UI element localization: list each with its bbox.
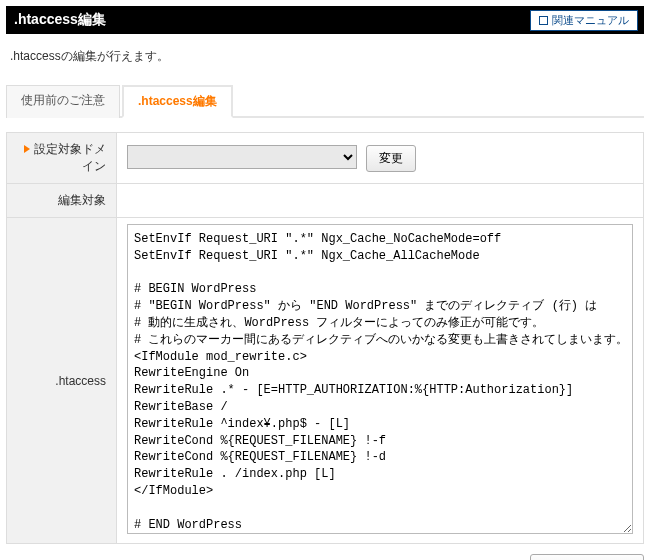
triangle-icon <box>24 145 30 153</box>
manual-label: 関連マニュアル <box>552 13 629 28</box>
change-button[interactable]: 変更 <box>366 145 416 172</box>
proceed-button[interactable]: 確認画面へ進む <box>530 554 644 560</box>
tab-pre-notice[interactable]: 使用前のご注意 <box>6 85 120 118</box>
htaccess-textarea[interactable] <box>127 224 633 534</box>
target-value <box>127 190 427 208</box>
domain-select[interactable] <box>127 145 357 169</box>
footer: 確認画面へ進む <box>6 544 644 560</box>
settings-table: 設定対象ドメイン 変更 編集対象 .htaccess <box>6 132 644 544</box>
target-row-label: 編集対象 <box>7 184 117 218</box>
related-manual-button[interactable]: 関連マニュアル <box>530 10 638 31</box>
domain-row-label: 設定対象ドメイン <box>7 133 117 184</box>
title-bar: .htaccess編集 関連マニュアル <box>6 6 644 34</box>
tab-strip: 使用前のご注意 .htaccess編集 <box>6 83 644 118</box>
manual-icon <box>539 16 548 25</box>
page-title: .htaccess編集 <box>14 11 106 29</box>
tab-htaccess-edit[interactable]: .htaccess編集 <box>122 85 233 118</box>
page-description: .htaccessの編集が行えます。 <box>6 34 644 83</box>
htaccess-row-label: .htaccess <box>7 218 117 544</box>
